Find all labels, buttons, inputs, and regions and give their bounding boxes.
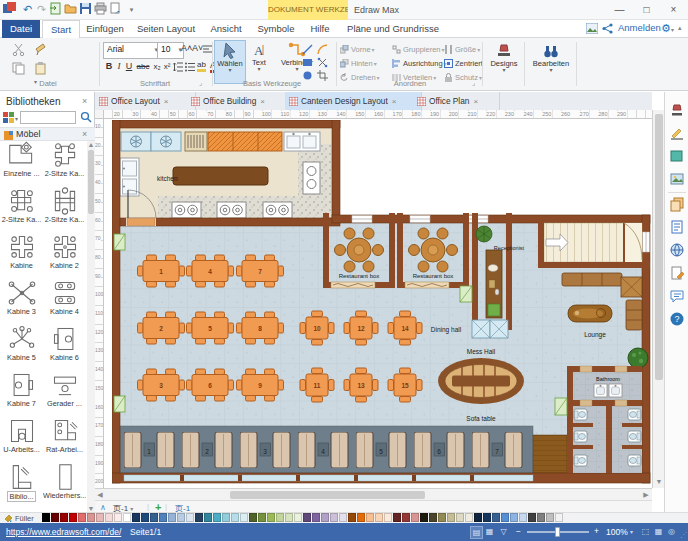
size-button[interactable]: Größe▾ <box>444 43 480 55</box>
select-tool-button[interactable]: Wählen▾ <box>214 40 246 84</box>
view-page-icon[interactable]: ▦ <box>484 526 495 537</box>
rectangle-tool-icon[interactable] <box>302 57 313 68</box>
tab-start[interactable]: Start <box>42 20 80 39</box>
library-item[interactable]: Rat-Arbei... <box>43 417 86 462</box>
print-icon[interactable] <box>94 2 109 17</box>
bullet-list-icon[interactable] <box>185 62 195 72</box>
crop-tool-icon[interactable] <box>317 70 328 81</box>
format-painter-icon[interactable] <box>34 43 47 56</box>
color-swatch[interactable] <box>222 513 230 522</box>
library-item[interactable]: Kabine 7 <box>0 371 43 416</box>
double-sink[interactable] <box>284 132 320 151</box>
color-swatch[interactable] <box>339 513 347 522</box>
color-swatch[interactable] <box>267 513 275 522</box>
color-swatch[interactable] <box>186 513 194 522</box>
kitchen-room[interactable] <box>120 128 332 218</box>
color-swatch[interactable] <box>258 513 266 522</box>
close-button[interactable]: × <box>660 0 687 19</box>
color-swatch[interactable] <box>528 513 536 522</box>
library-item[interactable]: Kabine <box>0 233 43 278</box>
close-tab-icon[interactable]: × <box>392 97 397 106</box>
library-item[interactable]: Kabine 5 <box>0 325 43 370</box>
zoom-level[interactable]: 100% <box>606 527 628 537</box>
color-swatch[interactable] <box>321 513 329 522</box>
library-scrollbar[interactable]: ▲ ▼ <box>87 141 95 513</box>
color-swatch[interactable] <box>213 513 221 522</box>
maximize-button[interactable]: □ <box>633 0 660 19</box>
settings-gear-icon[interactable]: ⚙▾ <box>661 22 674 35</box>
color-swatch[interactable] <box>447 513 455 522</box>
zoom-slider[interactable] <box>527 531 589 533</box>
search-icon[interactable] <box>80 111 92 123</box>
grow-font-button[interactable]: A˄ <box>181 42 191 55</box>
fit-window-icon[interactable]: ⬚ <box>640 526 651 537</box>
square-tables[interactable] <box>472 320 508 338</box>
color-swatch[interactable] <box>51 513 59 522</box>
doc-tab-office-building[interactable]: Office Building× <box>187 92 294 110</box>
library-item[interactable]: Einzelne ... <box>0 141 43 186</box>
note-icon[interactable] <box>669 219 685 235</box>
library-category-icon[interactable]: ▾ <box>3 112 18 124</box>
library-item[interactable]: Kabine 2 <box>43 233 86 278</box>
scroll-up-icon[interactable]: ▲ <box>87 141 95 148</box>
bold-button[interactable]: B <box>104 60 114 73</box>
doc-tab-office-plan[interactable]: Office Plan× <box>413 92 500 110</box>
designs-panel-icon[interactable] <box>669 102 685 118</box>
color-swatch[interactable] <box>141 513 149 522</box>
stoves[interactable] <box>172 202 292 218</box>
edrawsoft-link[interactable]: https://www.edrawsoft.com/de/ <box>6 527 121 537</box>
color-swatch[interactable] <box>285 513 293 522</box>
signin-link[interactable]: Anmelden <box>618 22 661 33</box>
color-swatch[interactable] <box>249 513 257 522</box>
color-swatch[interactable] <box>330 513 338 522</box>
tab-seiten-layout[interactable]: Seiten Layout <box>130 20 202 38</box>
color-swatch[interactable] <box>492 513 500 522</box>
library-item[interactable]: Kabine 4 <box>43 279 86 324</box>
share-icon[interactable] <box>602 23 613 34</box>
color-swatch[interactable] <box>366 513 374 522</box>
zoom-out-button[interactable]: − <box>516 526 521 536</box>
shrink-font-button[interactable]: A˅ <box>192 42 202 55</box>
color-swatch[interactable] <box>501 513 509 522</box>
library-item[interactable]: Kabine 6 <box>43 325 86 370</box>
color-swatch[interactable] <box>546 513 554 522</box>
subscript-button[interactable]: x₂ <box>152 60 162 73</box>
drawing-canvas[interactable]: 2030405060708090100110120130140150160170… <box>95 110 652 488</box>
library-item[interactable]: Biblio... <box>0 463 43 508</box>
library-section-header[interactable]: Möbel × <box>0 127 95 141</box>
redo-button[interactable]: ↷ <box>34 2 49 17</box>
color-swatch[interactable] <box>204 513 212 522</box>
collapse-pages-icon[interactable]: ∧ <box>100 503 106 512</box>
library-item[interactable]: Gerader ... <box>43 371 86 416</box>
highlight-color-icon[interactable]: ab <box>197 60 206 72</box>
cut-icon[interactable] <box>12 43 25 56</box>
center-button[interactable]: Zentriert <box>444 57 483 69</box>
close-tab-icon[interactable]: × <box>473 97 478 106</box>
line-spacing-icon[interactable] <box>173 62 183 72</box>
color-swatch[interactable] <box>87 513 95 522</box>
magnifier-icon[interactable]: ◎ <box>666 526 677 537</box>
color-swatch[interactable] <box>465 513 473 522</box>
color-swatch[interactable] <box>69 513 77 522</box>
color-swatch[interactable] <box>60 513 68 522</box>
media-icon[interactable] <box>586 23 598 34</box>
view-normal-icon[interactable]: ▤ <box>470 526 483 539</box>
color-swatch[interactable] <box>555 513 563 522</box>
color-swatch[interactable] <box>294 513 302 522</box>
color-swatch-icon[interactable] <box>669 148 685 164</box>
color-swatch[interactable] <box>510 513 518 522</box>
rotate-button[interactable]: Drehen▾ <box>340 71 380 83</box>
resize-grip[interactable]: ⋰ <box>680 531 687 539</box>
help-icon[interactable]: ? <box>669 311 685 327</box>
quick-access-more-icon[interactable]: ▾ <box>124 2 139 17</box>
refrigerators[interactable] <box>121 132 181 151</box>
library-item[interactable]: Wiederhers... <box>43 463 86 508</box>
color-swatch[interactable] <box>384 513 392 522</box>
tab-datei[interactable]: Datei <box>2 20 40 38</box>
kitchen-island[interactable] <box>173 167 268 185</box>
edit-button[interactable]: Bearbeiten▾ <box>528 41 574 87</box>
tab-plaene-grundrisse[interactable]: Pläne und Grundrisse <box>338 20 448 38</box>
library-item[interactable]: Kabine 3 <box>0 279 43 324</box>
zoom-slider-thumb[interactable] <box>555 527 560 537</box>
insert-picture-icon[interactable] <box>669 171 685 187</box>
